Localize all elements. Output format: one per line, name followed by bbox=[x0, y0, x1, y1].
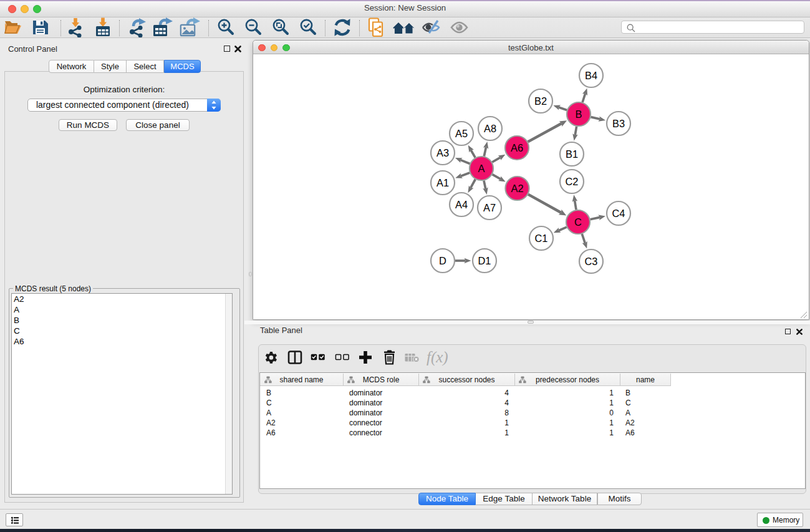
svg-text:A3: A3 bbox=[436, 147, 449, 158]
svg-text:A1: A1 bbox=[436, 177, 449, 188]
svg-text:B1: B1 bbox=[566, 148, 578, 160]
svg-text:D: D bbox=[439, 255, 446, 266]
svg-text:A6: A6 bbox=[511, 142, 523, 153]
svg-text:A2: A2 bbox=[511, 183, 523, 194]
svg-text:A4: A4 bbox=[455, 199, 468, 210]
svg-text:B4: B4 bbox=[585, 70, 597, 81]
svg-text:B3: B3 bbox=[612, 118, 625, 129]
svg-text:B: B bbox=[576, 109, 582, 120]
svg-text:C3: C3 bbox=[585, 256, 598, 267]
svg-text:D1: D1 bbox=[478, 255, 491, 266]
svg-text:C4: C4 bbox=[612, 208, 625, 219]
svg-text:C2: C2 bbox=[566, 176, 579, 187]
svg-text:A7: A7 bbox=[483, 202, 496, 213]
svg-text:A5: A5 bbox=[455, 128, 468, 139]
svg-text:A: A bbox=[478, 163, 485, 174]
svg-text:C: C bbox=[574, 216, 582, 228]
svg-text:B2: B2 bbox=[534, 95, 547, 107]
svg-text:C1: C1 bbox=[535, 233, 548, 244]
svg-text:A8: A8 bbox=[484, 123, 496, 134]
